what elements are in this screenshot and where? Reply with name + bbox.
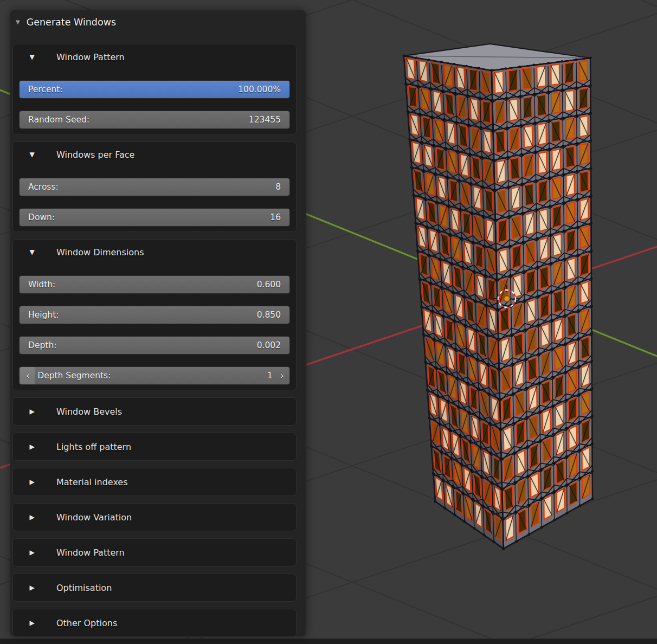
section-material-indexes: ▶Material indexes bbox=[12, 468, 297, 496]
field-depth-segments[interactable]: ‹Depth Segments:1› bbox=[19, 366, 290, 385]
section-lights-off-pattern: ▶Lights off pattern bbox=[12, 433, 297, 461]
field-label: Percent: bbox=[28, 85, 63, 94]
status-bar bbox=[0, 639, 657, 644]
field-label: Width: bbox=[28, 280, 55, 289]
section-label: Material indexes bbox=[56, 477, 128, 487]
field-across[interactable]: Across:8 bbox=[19, 178, 290, 196]
section-header-optimisation[interactable]: ▶Optimisation bbox=[13, 574, 296, 601]
field-label: Across: bbox=[28, 182, 59, 192]
field-down[interactable]: Down:16 bbox=[19, 208, 290, 227]
section-window-bevels: ▶Window Bevels bbox=[12, 397, 297, 426]
field-value: 0.600 bbox=[257, 280, 281, 289]
triangle-down-icon: ▼ bbox=[28, 54, 36, 60]
triangle-right-icon: ▶ bbox=[28, 514, 36, 520]
section-fields: Width:0.600Height:0.850Depth:0.002‹Depth… bbox=[13, 265, 296, 390]
section-label: Window Pattern bbox=[56, 52, 125, 62]
triangle-right-icon: ▶ bbox=[28, 408, 36, 415]
blender-window: ▼ Generate Windows ▼Window PatternPercen… bbox=[0, 0, 657, 644]
triangle-right-icon: ▶ bbox=[28, 479, 36, 485]
field-value: 8 bbox=[275, 182, 281, 192]
section-window-dimensions: ▼Window DimensionsWidth:0.600Height:0.85… bbox=[12, 239, 297, 390]
section-label: Window Dimensions bbox=[56, 247, 144, 257]
section-header-window-variation[interactable]: ▶Window Variation bbox=[13, 504, 296, 531]
field-label: Down: bbox=[28, 212, 55, 222]
field-value: 100.000% bbox=[238, 85, 281, 94]
field-label: Height: bbox=[28, 310, 59, 320]
field-random-seed[interactable]: Random Seed:123455 bbox=[19, 111, 290, 129]
stepper-increment-icon[interactable]: › bbox=[280, 371, 284, 381]
panel-header[interactable]: ▼ Generate Windows bbox=[10, 10, 306, 34]
triangle-right-icon: ▶ bbox=[28, 443, 36, 450]
triangle-right-icon: ▶ bbox=[28, 584, 36, 591]
section-optimisation: ▶Optimisation bbox=[12, 574, 297, 602]
field-percent[interactable]: Percent:100.000% bbox=[19, 80, 290, 99]
field-width[interactable]: Width:0.600 bbox=[19, 275, 290, 294]
section-fields: Percent:100.000%Random Seed:123455 bbox=[13, 69, 296, 134]
panel-sections: ▼Window PatternPercent:100.000%Random Se… bbox=[10, 34, 306, 637]
stepper-decrement-icon[interactable]: ‹ bbox=[26, 371, 30, 381]
panel-title: Generate Windows bbox=[27, 17, 116, 28]
section-label: Window Variation bbox=[56, 512, 132, 523]
section-window-variation: ▶Window Variation bbox=[12, 503, 297, 531]
triangle-down-icon: ▼ bbox=[28, 249, 36, 255]
section-header-lights-off-pattern[interactable]: ▶Lights off pattern bbox=[13, 433, 296, 460]
section-header-windows-per-face[interactable]: ▼Windows per Face bbox=[13, 142, 296, 167]
triangle-right-icon: ▶ bbox=[28, 549, 36, 556]
section-fields: Across:8Down:16 bbox=[13, 167, 296, 231]
field-depth[interactable]: Depth:0.002 bbox=[19, 336, 290, 355]
field-value: 16 bbox=[270, 212, 281, 222]
section-label: Windows per Face bbox=[56, 150, 134, 160]
section-windows-per-face: ▼Windows per FaceAcross:8Down:16 bbox=[12, 141, 297, 232]
triangle-right-icon: ▶ bbox=[28, 620, 36, 626]
section-window-pattern: ▼Window PatternPercent:100.000%Random Se… bbox=[12, 44, 297, 134]
section-window-pattern: ▶Window Pattern bbox=[12, 538, 297, 566]
section-header-window-pattern[interactable]: ▼Window Pattern bbox=[13, 44, 296, 69]
field-label: Depth: bbox=[28, 340, 56, 350]
section-header-other-options[interactable]: ▶Other Options bbox=[13, 609, 296, 636]
operator-panel: ▼ Generate Windows ▼Window PatternPercen… bbox=[10, 10, 306, 637]
field-value: 1 bbox=[267, 371, 273, 381]
section-header-window-bevels[interactable]: ▶Window Bevels bbox=[13, 398, 296, 425]
field-height[interactable]: Height:0.850 bbox=[19, 306, 290, 324]
triangle-down-icon: ▼ bbox=[16, 20, 20, 25]
field-label: Depth Segments: bbox=[37, 371, 111, 381]
section-header-material-indexes[interactable]: ▶Material indexes bbox=[13, 468, 296, 495]
field-value: 0.850 bbox=[257, 310, 281, 320]
section-label: Other Options bbox=[56, 618, 117, 628]
triangle-down-icon: ▼ bbox=[28, 151, 36, 158]
field-value: 123455 bbox=[249, 115, 281, 125]
section-label: Window Bevels bbox=[56, 407, 122, 417]
section-header-window-dimensions[interactable]: ▼Window Dimensions bbox=[13, 240, 296, 265]
section-label: Lights off pattern bbox=[56, 442, 131, 452]
section-label: Optimisation bbox=[56, 583, 112, 593]
field-label: Random Seed: bbox=[28, 115, 89, 125]
section-label: Window Pattern bbox=[56, 548, 125, 558]
section-other-options: ▶Other Options bbox=[12, 609, 297, 637]
field-value: 0.002 bbox=[257, 340, 281, 350]
section-header-window-pattern[interactable]: ▶Window Pattern bbox=[13, 539, 296, 566]
